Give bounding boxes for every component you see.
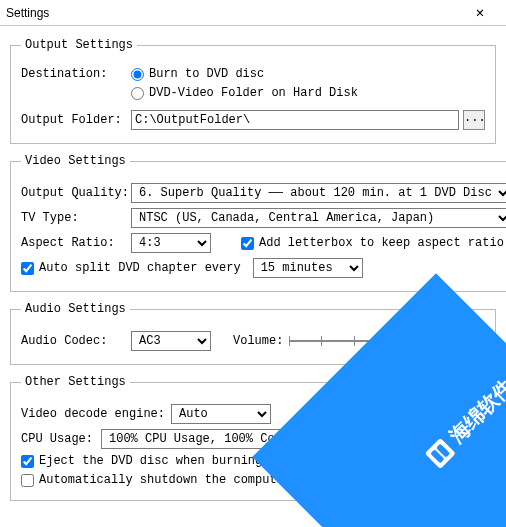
letterbox-checkbox[interactable] [241,237,254,250]
eject-checkbox-label[interactable]: Eject the DVD disc when burning finished… [21,454,334,468]
shutdown-row: Automatically shutdown the computer when… [21,473,485,487]
output-settings-legend: Output Settings [21,38,137,52]
destination-label: Destination: [21,67,131,81]
radio-burn-label: Burn to DVD disc [149,67,264,81]
autosplit-text: Auto split DVD chapter every [39,261,241,275]
video-settings-legend: Video Settings [21,154,130,168]
aspect-select[interactable]: 4:3 [131,233,211,253]
output-settings-group: Output Settings Destination: Burn to DVD… [10,38,496,144]
letterbox-text: Add letterbox to keep aspect ratio [259,236,504,250]
radio-burn-dvd[interactable] [131,68,144,81]
volume-thumb[interactable] [384,334,392,348]
quality-label: Output Quality: [21,186,131,200]
window-title: Settings [6,6,460,20]
codec-label: Audio Codec: [21,334,131,348]
tvtype-row: TV Type: NTSC (US, Canada, Central Ameri… [21,208,506,228]
radio-folder-label: DVD-Video Folder on Hard Disk [149,86,358,100]
aspect-row: Aspect Ratio: 4:3 Add letterbox to keep … [21,233,506,253]
volume-label: Volume: [233,334,283,348]
other-settings-group: Other Settings Video decode engine: Auto… [10,375,496,501]
content: Output Settings Destination: Burn to DVD… [0,26,506,517]
quality-select[interactable]: 6. Superb Quality —— about 120 min. at 1… [131,183,506,203]
audio-settings-group: Audio Settings Audio Codec: AC3 Volume: … [10,302,496,365]
decode-label: Video decode engine: [21,407,171,421]
shutdown-text: Automatically shutdown the computer when… [39,473,457,487]
eject-row: Eject the DVD disc when burning finished… [21,454,485,468]
autosplit-checkbox-label[interactable]: Auto split DVD chapter every [21,261,241,275]
destination-radio2-row: DVD-Video Folder on Hard Disk [131,86,485,100]
audio-row: Audio Codec: AC3 Volume: +0db [21,331,485,351]
destination-radio-folder[interactable]: DVD-Video Folder on Hard Disk [131,86,358,100]
destination-radio-burn[interactable]: Burn to DVD disc [131,67,264,81]
shutdown-checkbox-label[interactable]: Automatically shutdown the computer when… [21,473,457,487]
volume-db: +0db [425,334,454,348]
tvtype-select[interactable]: NTSC (US, Canada, Central America, Japan… [131,208,506,228]
autosplit-checkbox[interactable] [21,262,34,275]
destination-row: Destination: Burn to DVD disc [21,67,485,81]
codec-select[interactable]: AC3 [131,331,211,351]
eject-text: Eject the DVD disc when burning finished… [39,454,334,468]
quality-row: Output Quality: 6. Superb Quality —— abo… [21,183,506,203]
browse-button[interactable]: ... [463,110,485,130]
footer-button[interactable]: S [316,495,406,517]
interval-select[interactable]: 15 minutes [253,258,363,278]
shutdown-checkbox[interactable] [21,474,34,487]
cpu-label: CPU Usage: [21,432,101,446]
radio-dvd-folder[interactable] [131,87,144,100]
autosplit-row: Auto split DVD chapter every 15 minutes [21,258,506,278]
volume-slider[interactable] [289,331,419,351]
decode-select[interactable]: Auto [171,404,271,424]
output-folder-label: Output Folder: [21,113,131,127]
eject-checkbox[interactable] [21,455,34,468]
video-settings-group: Video Settings Output Quality: 6. Superb… [10,154,506,292]
close-icon[interactable]: ✕ [460,4,500,21]
aspect-label: Aspect Ratio: [21,236,131,250]
cpu-select[interactable]: 100% CPU Usage, 100% Conversion Speed [101,429,381,449]
cpu-row: CPU Usage: 100% CPU Usage, 100% Conversi… [21,429,485,449]
titlebar: Settings ✕ [0,0,506,26]
audio-settings-legend: Audio Settings [21,302,130,316]
letterbox-checkbox-label[interactable]: Add letterbox to keep aspect ratio [241,236,504,250]
other-settings-legend: Other Settings [21,375,130,389]
output-folder-input[interactable] [131,110,459,130]
decode-row: Video decode engine: Auto [21,404,485,424]
tvtype-label: TV Type: [21,211,131,225]
output-folder-row: Output Folder: ... [21,110,485,130]
